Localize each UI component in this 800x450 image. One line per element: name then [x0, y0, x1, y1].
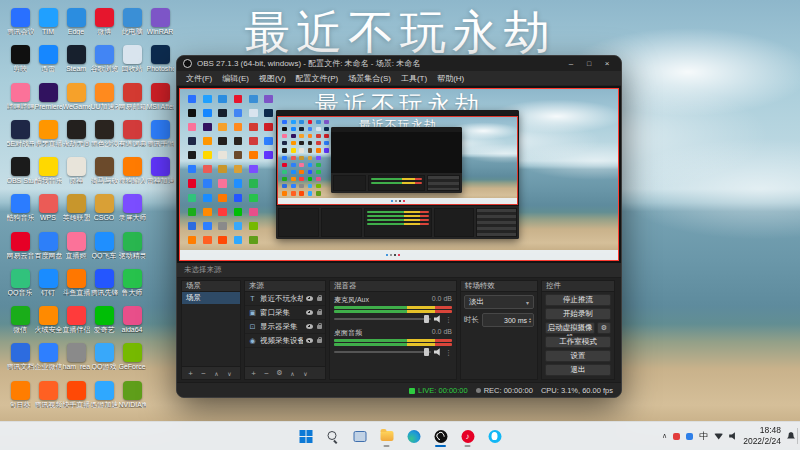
maximize-button[interactable] — [581, 58, 597, 70]
desktop-icon[interactable]: 有道词典 — [118, 118, 146, 155]
sources-dock-header[interactable]: 来源 — [244, 280, 326, 292]
menu-item[interactable]: 配置文件(P) — [291, 73, 344, 84]
desktop-icon[interactable]: 搜狗输入法 — [118, 155, 146, 192]
menu-item[interactable]: 工具(T) — [396, 73, 432, 84]
desktop-icon[interactable]: TIM — [34, 6, 62, 43]
file-explorer-taskbar-button[interactable] — [375, 424, 399, 448]
source-row[interactable]: ◉视频采集设备 — [245, 334, 325, 348]
desktop-icon[interactable]: 迅游加速器 — [90, 379, 118, 416]
obs-taskbar-button[interactable] — [429, 424, 453, 448]
desktop-icon[interactable]: UU加速器 — [90, 81, 118, 118]
menu-item[interactable]: 场景集合(S) — [343, 73, 396, 84]
start-taskbar-button[interactable] — [294, 424, 318, 448]
settings-button[interactable]: 设置 — [545, 350, 611, 362]
desktop-icon[interactable]: WeGame — [62, 81, 90, 118]
source-properties-icon[interactable] — [275, 369, 284, 378]
search-taskbar-button[interactable] — [321, 424, 345, 448]
desktop-icon[interactable]: QQ音乐 — [6, 267, 34, 304]
desktop-icon[interactable]: 百度网盘 — [34, 230, 62, 267]
desktop-icon[interactable]: 快手直播 — [62, 379, 90, 416]
exit-button[interactable]: 退出 — [545, 364, 611, 376]
desktop-icon[interactable]: WPS — [34, 192, 62, 229]
desktop-icon[interactable]: QQ飞车 — [90, 230, 118, 267]
desktop-icon[interactable]: 此电脑 — [118, 6, 146, 43]
desktop-icon[interactable]: 微信 — [6, 304, 34, 341]
desktop-icon[interactable]: 迅雷 — [34, 43, 62, 80]
desktop-icon[interactable]: 爱奇艺 — [90, 304, 118, 341]
display-capture-preview[interactable]: 最近不玩永劫 最近不玩永劫 — [179, 88, 619, 261]
desktop-icon[interactable]: 5E对战平台 — [6, 118, 34, 155]
desktop-icon[interactable]: WinRAR — [146, 6, 174, 43]
desktop-icon[interactable]: Steam — [62, 43, 90, 80]
move-scene-down-icon[interactable] — [225, 369, 234, 378]
desktop-icon[interactable]: 腾讯手游助手 — [146, 118, 174, 155]
lock-icon[interactable] — [317, 339, 322, 343]
desktop-icon[interactable]: 企业微信 — [34, 341, 62, 378]
desktop-icon[interactable]: QQ游戏 — [90, 341, 118, 378]
menu-item[interactable]: 文件(F) — [181, 73, 217, 84]
desktop-icon[interactable]: 腾讯文档 — [6, 341, 34, 378]
desktop-icon[interactable]: 网易邮箱 — [118, 81, 146, 118]
menu-item[interactable]: 编辑(E) — [217, 73, 254, 84]
desktop-icon[interactable]: OBS Studio — [6, 155, 34, 192]
tray-overflow-chevron-icon[interactable] — [662, 432, 667, 440]
desktop-icon[interactable]: 骑马与砍杀 — [90, 155, 118, 192]
desktop-icon[interactable]: 驱动精灵 — [118, 230, 146, 267]
controls-dock-header[interactable]: 控件 — [541, 280, 615, 292]
visibility-eye-icon[interactable] — [306, 296, 313, 301]
desktop-icon[interactable]: 腾讯会议 — [6, 6, 34, 43]
lock-icon[interactable] — [317, 311, 322, 315]
source-row[interactable]: T最近不玩永劫 — [245, 292, 325, 306]
channel-settings-icon[interactable] — [445, 349, 452, 356]
task-view-taskbar-button[interactable] — [348, 424, 372, 448]
desktop-icon[interactable]: 虎牙直播 — [34, 118, 62, 155]
desktop-icon[interactable]: 火绒安全 — [34, 304, 62, 341]
volume-slider[interactable] — [334, 318, 431, 320]
qq-taskbar-button[interactable] — [483, 424, 507, 448]
desktop-icon[interactable]: 斗鱼直播 — [62, 267, 90, 304]
scenes-dock-header[interactable]: 场景 — [181, 280, 241, 292]
desktop-icon[interactable]: GeForce — [118, 341, 146, 378]
add-source-icon[interactable] — [249, 369, 258, 378]
desktop-icon[interactable]: NVIDIA面板 — [118, 379, 146, 416]
transition-select[interactable]: 淡出 — [464, 295, 534, 309]
close-button[interactable] — [599, 58, 615, 70]
mixer-dock-header[interactable]: 混音器 — [329, 280, 457, 292]
visibility-eye-icon[interactable] — [306, 338, 313, 343]
desktop-icon[interactable]: 永劫无间 — [62, 118, 90, 155]
visibility-eye-icon[interactable] — [306, 310, 313, 315]
tray-app-icon[interactable] — [686, 433, 693, 440]
edge-taskbar-button[interactable] — [402, 424, 426, 448]
desktop-icon[interactable]: Premiere — [34, 81, 62, 118]
desktop-icon[interactable]: 录屏大师 — [118, 192, 146, 229]
scene-item[interactable]: 场景 — [182, 292, 240, 304]
volume-icon[interactable] — [729, 432, 737, 440]
clock[interactable]: 18:48 2022/2/24 — [743, 425, 781, 446]
speaker-icon[interactable] — [434, 315, 442, 323]
desktop-icon[interactable]: 原神 — [62, 155, 90, 192]
desktop-icon[interactable]: 钉钉 — [34, 267, 62, 304]
desktop-icon[interactable]: aida64 — [118, 304, 146, 341]
channel-settings-icon[interactable] — [445, 316, 452, 323]
add-scene-icon[interactable] — [186, 369, 195, 378]
netease-music-taskbar-button[interactable] — [456, 424, 480, 448]
desktop-icon[interactable]: ham_read — [62, 341, 90, 378]
notification-bell-icon[interactable] — [787, 432, 795, 440]
desktop-icon[interactable]: 英雄联盟 — [62, 192, 90, 229]
move-scene-up-icon[interactable] — [212, 369, 221, 378]
lock-icon[interactable] — [317, 297, 322, 301]
lock-icon[interactable] — [317, 325, 322, 329]
desktop-icon[interactable]: 网易云音乐 — [6, 230, 34, 267]
network-icon[interactable] — [714, 433, 723, 440]
transitions-dock-header[interactable]: 转场特效 — [460, 280, 538, 292]
desktop-icon[interactable]: 腾讯先锋 — [90, 267, 118, 304]
remove-scene-icon[interactable] — [199, 369, 208, 378]
desktop-icon[interactable]: 腾讯视频 — [34, 379, 62, 416]
input-method-indicator[interactable]: 中 — [699, 430, 708, 443]
remove-source-icon[interactable] — [262, 369, 271, 378]
virtual-camera-config-button[interactable] — [597, 322, 611, 334]
desktop-icon[interactable]: 雷神加速器 — [146, 155, 174, 192]
stop-streaming-button[interactable]: 停止推流 — [545, 294, 611, 306]
source-row[interactable]: ⊡显示器采集 — [245, 320, 325, 334]
desktop-icon[interactable]: 酷狗音乐 — [6, 192, 34, 229]
